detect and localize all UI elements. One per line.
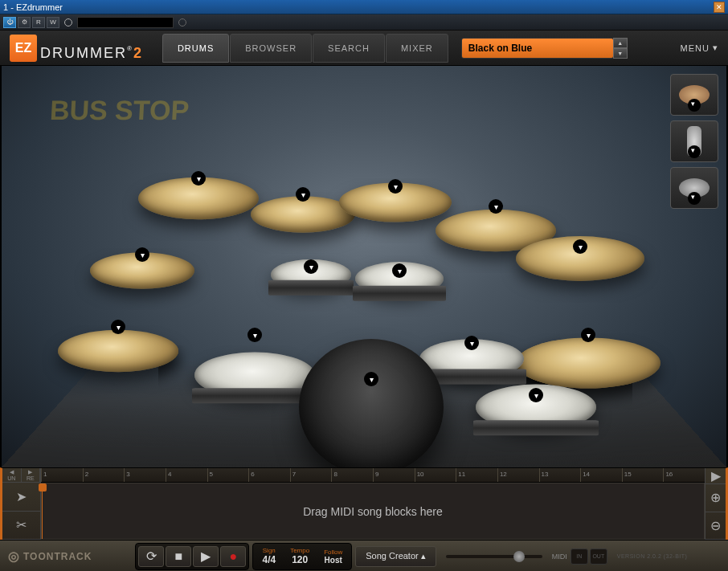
config-button[interactable]: ⚙ — [18, 17, 31, 28]
tab-mixer[interactable]: MIXER — [386, 34, 448, 63]
marker-china[interactable] — [388, 179, 403, 194]
transport-buttons: ⟳ ■ ▶ ● — [135, 543, 249, 570]
volume-slider[interactable] — [446, 555, 542, 558]
bar-11: 11 — [456, 468, 497, 482]
marker-perc-3[interactable] — [688, 192, 701, 205]
cymbal-ride-2[interactable] — [516, 338, 661, 389]
logo: EZ DRUMMER®2 — [10, 35, 143, 62]
pointer-icon: ➤ — [16, 489, 27, 504]
stop-button[interactable]: ■ — [166, 546, 191, 567]
play-button[interactable]: ▶ — [193, 546, 219, 567]
window-titlebar: 1 - EZdrummer ✕ — [0, 0, 728, 14]
menu-button[interactable]: MENU▾ — [681, 43, 718, 53]
record-button[interactable]: ● — [220, 546, 246, 567]
marker-tom-3[interactable] — [464, 336, 479, 350]
tab-search[interactable]: SEARCH — [313, 34, 385, 63]
cut-tool[interactable]: ✂ — [2, 512, 40, 540]
logo-badge: EZ — [10, 35, 37, 62]
marker-crash-1[interactable] — [191, 171, 206, 186]
transport-info: Sign4/4 Tempo120 FollowHost — [252, 543, 352, 570]
zoom-out-button[interactable]: ⊖ — [706, 512, 726, 540]
version-text: VERSION 2.0.2 (32-BIT) — [617, 553, 688, 559]
pointer-tool[interactable]: ➤ — [2, 483, 40, 512]
toontrack-logo: TOONTRACK — [8, 549, 92, 564]
midi-out-led: OUT — [590, 549, 607, 565]
marker-perc-1[interactable] — [688, 99, 701, 112]
undo-button[interactable]: ◀UN — [2, 468, 22, 482]
midi-left-tools: ◀UN ▶RE ➤ ✂ — [2, 468, 41, 540]
percussion-slot-2[interactable] — [670, 120, 718, 162]
search-icon[interactable] — [178, 18, 186, 27]
transport-bar: TOONTRACK ⟳ ■ ▶ ● Sign4/4 Tempo120 Follo… — [0, 540, 728, 571]
host-toolbar: ⏻ ⚙ R W — [0, 14, 728, 31]
bar-3: 3 — [124, 468, 166, 482]
marker-tom-2[interactable] — [392, 263, 407, 278]
knob-icon[interactable] — [64, 18, 72, 27]
midi-in-led: IN — [571, 549, 588, 565]
marker-crash-2[interactable] — [296, 187, 310, 202]
preset-down-button[interactable]: ▼ — [613, 48, 628, 59]
zoom-in-button[interactable]: ⊕ — [706, 484, 726, 512]
bar-10: 10 — [415, 468, 456, 482]
marker-splash[interactable] — [135, 247, 149, 262]
timeline-ruler[interactable]: 1 2 3 4 5 6 7 8 9 10 11 12 13 14 15 16 — [41, 468, 705, 483]
zoom-out-icon: ⊖ — [710, 518, 721, 533]
marker-ride-2[interactable] — [581, 328, 595, 342]
song-creator-button[interactable]: Song Creator ▴ — [355, 546, 436, 567]
host-preset-dropdown[interactable] — [77, 17, 174, 28]
bar-13: 13 — [539, 468, 581, 482]
playhead[interactable] — [42, 483, 50, 539]
marker-snare[interactable] — [247, 328, 262, 342]
scissors-icon: ✂ — [16, 517, 27, 532]
power-button[interactable]: ⏻ — [3, 17, 16, 28]
logo-text: DRUMMER®2 — [40, 45, 143, 62]
marker-perc-2[interactable] — [688, 145, 701, 158]
marker-tom-1[interactable] — [304, 259, 318, 274]
bar-7: 7 — [290, 468, 332, 482]
midi-drop-zone[interactable]: Drag MIDI song blocks here — [41, 483, 705, 540]
bar-8: 8 — [331, 468, 373, 482]
drop-hint: Drag MIDI song blocks here — [303, 505, 443, 518]
bar-15: 15 — [622, 468, 664, 482]
tab-browser[interactable]: BROWSER — [230, 34, 312, 63]
marker-hihat[interactable] — [111, 320, 125, 334]
redo-button[interactable]: ▶RE — [22, 468, 41, 482]
bar-16: 16 — [663, 468, 705, 482]
time-signature[interactable]: Sign4/4 — [256, 546, 282, 567]
preset-steppers: ▲ ▼ — [613, 38, 628, 59]
bar-4: 4 — [166, 468, 207, 482]
bar-9: 9 — [373, 468, 415, 482]
kick[interactable] — [299, 339, 444, 467]
preset-name: Black on Blue — [468, 43, 532, 54]
close-icon[interactable]: ✕ — [714, 2, 725, 13]
zoom-in-icon: ⊕ — [710, 490, 721, 505]
bar-14: 14 — [580, 468, 622, 482]
marker-crash-3[interactable] — [489, 199, 503, 214]
midi-right-tools: ▶ ⊕ ⊖ — [705, 468, 726, 540]
cymbal-hihat[interactable] — [58, 330, 178, 373]
preset-selector[interactable]: Black on Blue — [461, 38, 614, 59]
percussion-slot-3[interactable] — [670, 167, 718, 209]
tempo[interactable]: Tempo120 — [284, 546, 316, 567]
midi-track: 1 2 3 4 5 6 7 8 9 10 11 12 13 14 15 16 D… — [41, 468, 705, 540]
tab-drums[interactable]: DRUMS — [162, 34, 229, 63]
percussion-slot-1[interactable] — [670, 74, 718, 116]
bar-2: 2 — [83, 468, 125, 482]
midi-label: MIDI — [552, 553, 567, 561]
snare[interactable] — [194, 353, 315, 398]
marker-kick[interactable] — [364, 372, 378, 386]
marker-floor-tom[interactable] — [529, 388, 543, 402]
write-button[interactable]: W — [47, 17, 59, 28]
follow-host[interactable]: FollowHost — [317, 546, 349, 567]
scroll-right-button[interactable]: ▶ — [706, 468, 726, 484]
marker-ride[interactable] — [573, 239, 587, 254]
preset-up-button[interactable]: ▲ — [613, 38, 628, 48]
bar-1: 1 — [41, 468, 83, 482]
chevron-down-icon: ▾ — [713, 43, 718, 53]
bar-5: 5 — [207, 468, 249, 482]
loop-button[interactable]: ⟳ — [138, 546, 164, 567]
drum-kit-view: BUS STOP — [0, 66, 728, 467]
random-button[interactable]: R — [32, 17, 45, 28]
window-title: 1 - EZdrummer — [3, 2, 714, 12]
midi-area: ◀UN ▶RE ➤ ✂ 1 2 3 4 5 6 7 8 9 10 11 12 1… — [0, 467, 728, 540]
